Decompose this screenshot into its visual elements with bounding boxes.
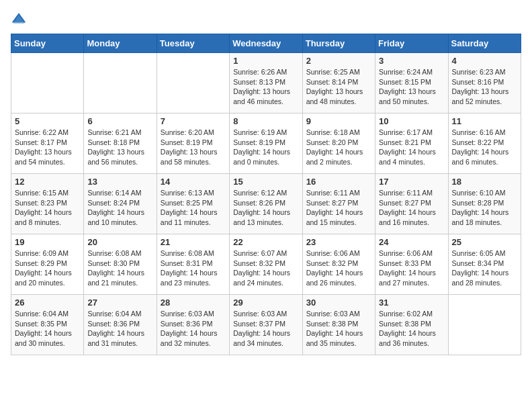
day-info: Sunrise: 6:09 AM Sunset: 8:29 PM Dayligh… (15, 248, 80, 288)
calendar-cell: 9Sunrise: 6:18 AM Sunset: 8:20 PM Daylig… (302, 113, 375, 174)
calendar-cell: 8Sunrise: 6:19 AM Sunset: 8:19 PM Daylig… (230, 113, 302, 174)
day-info: Sunrise: 6:14 AM Sunset: 8:24 PM Dayligh… (87, 188, 152, 228)
calendar-cell (448, 295, 521, 355)
day-info: Sunrise: 6:05 AM Sunset: 8:34 PM Dayligh… (452, 248, 517, 288)
calendar-cell: 2Sunrise: 6:25 AM Sunset: 8:14 PM Daylig… (302, 53, 375, 113)
day-info: Sunrise: 6:03 AM Sunset: 8:38 PM Dayligh… (306, 309, 371, 349)
calendar-week-5: 26Sunrise: 6:04 AM Sunset: 8:35 PM Dayli… (11, 295, 521, 355)
day-info: Sunrise: 6:22 AM Sunset: 8:17 PM Dayligh… (15, 128, 80, 167)
calendar-week-4: 19Sunrise: 6:09 AM Sunset: 8:29 PM Dayli… (11, 234, 521, 295)
calendar-cell: 7Sunrise: 6:20 AM Sunset: 8:19 PM Daylig… (157, 113, 229, 174)
calendar-cell: 5Sunrise: 6:22 AM Sunset: 8:17 PM Daylig… (11, 113, 84, 174)
day-number: 2 (306, 56, 371, 66)
day-header-sunday: Sunday (11, 34, 84, 53)
day-number: 30 (306, 298, 371, 308)
day-number: 18 (452, 177, 517, 187)
day-info: Sunrise: 6:06 AM Sunset: 8:33 PM Dayligh… (379, 248, 444, 288)
day-header-wednesday: Wednesday (230, 34, 302, 53)
calendar-cell: 1Sunrise: 6:26 AM Sunset: 8:13 PM Daylig… (230, 53, 302, 113)
calendar-cell: 27Sunrise: 6:04 AM Sunset: 8:36 PM Dayli… (84, 295, 157, 355)
day-number: 8 (233, 116, 298, 126)
calendar-cell (11, 53, 84, 113)
calendar-cell: 16Sunrise: 6:11 AM Sunset: 8:27 PM Dayli… (302, 174, 375, 234)
calendar-cell: 3Sunrise: 6:24 AM Sunset: 8:15 PM Daylig… (375, 53, 448, 113)
header (11, 11, 521, 27)
calendar-cell: 31Sunrise: 6:02 AM Sunset: 8:38 PM Dayli… (375, 295, 448, 355)
calendar-cell: 12Sunrise: 6:15 AM Sunset: 8:23 PM Dayli… (11, 174, 84, 234)
calendar-cell: 19Sunrise: 6:09 AM Sunset: 8:29 PM Dayli… (11, 234, 84, 295)
day-number: 25 (452, 237, 517, 247)
day-header-monday: Monday (84, 34, 157, 53)
day-info: Sunrise: 6:11 AM Sunset: 8:27 PM Dayligh… (306, 188, 371, 228)
day-header-tuesday: Tuesday (157, 34, 229, 53)
day-info: Sunrise: 6:21 AM Sunset: 8:18 PM Dayligh… (87, 128, 152, 167)
day-number: 1 (233, 56, 298, 66)
calendar-cell: 26Sunrise: 6:04 AM Sunset: 8:35 PM Dayli… (11, 295, 84, 355)
calendar-week-3: 12Sunrise: 6:15 AM Sunset: 8:23 PM Dayli… (11, 174, 521, 234)
calendar-cell: 28Sunrise: 6:03 AM Sunset: 8:36 PM Dayli… (157, 295, 229, 355)
day-number: 17 (379, 177, 444, 187)
day-number: 20 (87, 237, 152, 247)
day-info: Sunrise: 6:04 AM Sunset: 8:36 PM Dayligh… (87, 309, 152, 349)
day-number: 21 (161, 237, 226, 247)
day-number: 13 (87, 177, 152, 187)
calendar-week-1: 1Sunrise: 6:26 AM Sunset: 8:13 PM Daylig… (11, 53, 521, 113)
day-info: Sunrise: 6:12 AM Sunset: 8:26 PM Dayligh… (233, 188, 298, 228)
day-number: 12 (15, 177, 80, 187)
calendar: SundayMondayTuesdayWednesdayThursdayFrid… (11, 34, 521, 355)
calendar-cell: 18Sunrise: 6:10 AM Sunset: 8:28 PM Dayli… (448, 174, 521, 234)
calendar-cell: 20Sunrise: 6:08 AM Sunset: 8:30 PM Dayli… (84, 234, 157, 295)
logo-icon (11, 11, 27, 27)
day-info: Sunrise: 6:10 AM Sunset: 8:28 PM Dayligh… (452, 188, 517, 228)
day-info: Sunrise: 6:15 AM Sunset: 8:23 PM Dayligh… (15, 188, 80, 228)
day-info: Sunrise: 6:11 AM Sunset: 8:27 PM Dayligh… (379, 188, 444, 228)
calendar-cell (84, 53, 157, 113)
day-info: Sunrise: 6:08 AM Sunset: 8:30 PM Dayligh… (87, 248, 152, 288)
day-header-saturday: Saturday (448, 34, 521, 53)
day-info: Sunrise: 6:20 AM Sunset: 8:19 PM Dayligh… (161, 128, 226, 167)
day-number: 14 (161, 177, 226, 187)
day-info: Sunrise: 6:18 AM Sunset: 8:20 PM Dayligh… (306, 128, 371, 167)
day-number: 7 (161, 116, 226, 126)
calendar-cell: 29Sunrise: 6:03 AM Sunset: 8:37 PM Dayli… (230, 295, 302, 355)
day-info: Sunrise: 6:16 AM Sunset: 8:22 PM Dayligh… (452, 128, 517, 167)
day-number: 29 (233, 298, 298, 308)
day-number: 5 (15, 116, 80, 126)
day-number: 6 (87, 116, 152, 126)
calendar-week-2: 5Sunrise: 6:22 AM Sunset: 8:17 PM Daylig… (11, 113, 521, 174)
day-info: Sunrise: 6:25 AM Sunset: 8:14 PM Dayligh… (306, 67, 371, 107)
day-number: 15 (233, 177, 298, 187)
calendar-cell (157, 53, 229, 113)
calendar-cell: 10Sunrise: 6:17 AM Sunset: 8:21 PM Dayli… (375, 113, 448, 174)
calendar-cell: 14Sunrise: 6:13 AM Sunset: 8:25 PM Dayli… (157, 174, 229, 234)
day-info: Sunrise: 6:07 AM Sunset: 8:32 PM Dayligh… (233, 248, 298, 288)
day-info: Sunrise: 6:24 AM Sunset: 8:15 PM Dayligh… (379, 67, 444, 107)
calendar-cell: 21Sunrise: 6:08 AM Sunset: 8:31 PM Dayli… (157, 234, 229, 295)
day-number: 24 (379, 237, 444, 247)
calendar-cell: 13Sunrise: 6:14 AM Sunset: 8:24 PM Dayli… (84, 174, 157, 234)
calendar-cell: 24Sunrise: 6:06 AM Sunset: 8:33 PM Dayli… (375, 234, 448, 295)
day-number: 26 (15, 298, 80, 308)
day-number: 31 (379, 298, 444, 308)
day-info: Sunrise: 6:26 AM Sunset: 8:13 PM Dayligh… (233, 67, 298, 107)
day-info: Sunrise: 6:08 AM Sunset: 8:31 PM Dayligh… (161, 248, 226, 288)
calendar-header: SundayMondayTuesdayWednesdayThursdayFrid… (11, 34, 521, 53)
logo (11, 11, 30, 27)
day-number: 10 (379, 116, 444, 126)
day-info: Sunrise: 6:19 AM Sunset: 8:19 PM Dayligh… (233, 128, 298, 167)
day-header-friday: Friday (375, 34, 448, 53)
day-number: 3 (379, 56, 444, 66)
calendar-cell: 11Sunrise: 6:16 AM Sunset: 8:22 PM Dayli… (448, 113, 521, 174)
day-number: 22 (233, 237, 298, 247)
calendar-cell: 17Sunrise: 6:11 AM Sunset: 8:27 PM Dayli… (375, 174, 448, 234)
day-number: 4 (452, 56, 517, 66)
day-info: Sunrise: 6:03 AM Sunset: 8:36 PM Dayligh… (161, 309, 226, 349)
calendar-cell: 4Sunrise: 6:23 AM Sunset: 8:16 PM Daylig… (448, 53, 521, 113)
day-info: Sunrise: 6:04 AM Sunset: 8:35 PM Dayligh… (15, 309, 80, 349)
day-number: 11 (452, 116, 517, 126)
day-info: Sunrise: 6:23 AM Sunset: 8:16 PM Dayligh… (452, 67, 517, 107)
calendar-cell: 23Sunrise: 6:06 AM Sunset: 8:32 PM Dayli… (302, 234, 375, 295)
day-info: Sunrise: 6:06 AM Sunset: 8:32 PM Dayligh… (306, 248, 371, 288)
calendar-cell: 15Sunrise: 6:12 AM Sunset: 8:26 PM Dayli… (230, 174, 302, 234)
day-number: 23 (306, 237, 371, 247)
